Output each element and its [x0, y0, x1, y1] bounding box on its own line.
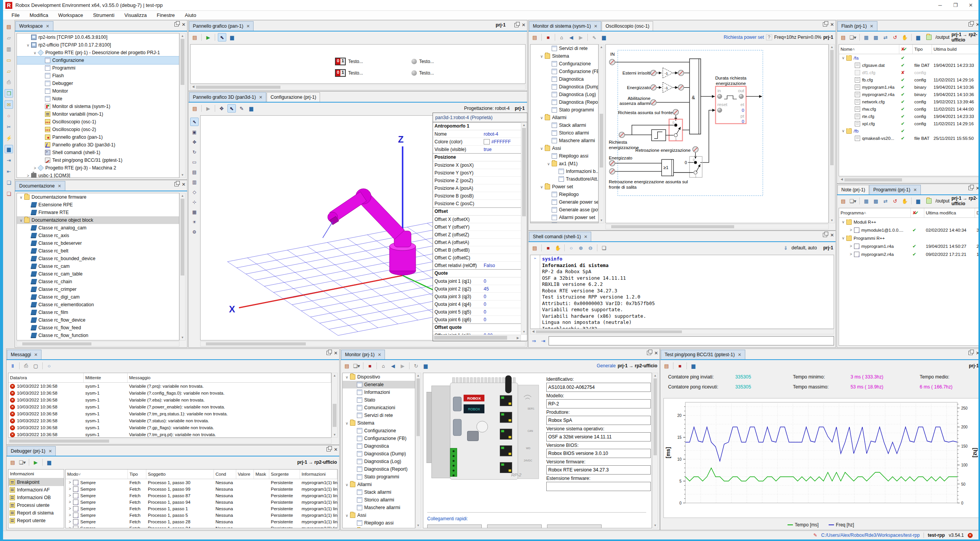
tree-item[interactable]: Classe rc_cam [17, 262, 179, 270]
lamp-icon[interactable] [411, 70, 417, 76]
tree-item[interactable]: Generale asse (pow... [531, 206, 598, 214]
close-icon[interactable]: ✕ [654, 351, 658, 355]
tree-item[interactable]: ∨Assi [531, 144, 598, 152]
tree-item[interactable]: Diagnostica [343, 442, 415, 450]
tree-item[interactable]: Classe rc_axis [17, 232, 179, 239]
scrollbar-horizontal[interactable] [17, 341, 179, 347]
tree-item[interactable]: Stack allarmi [531, 121, 598, 129]
expander-icon[interactable]: ∨ [32, 51, 38, 55]
lights-icon[interactable]: ☀ [191, 218, 198, 226]
property-row[interactable]: Quota joint 4 (qj4)0 [433, 300, 521, 308]
print-icon[interactable]: ⎙ [5, 78, 13, 86]
new-document-icon[interactable]: ▱ [5, 33, 13, 42]
top-view-icon[interactable]: ▤ [191, 168, 198, 176]
tree-item[interactable]: Classe rc_flow_function [17, 332, 179, 339]
print-icon[interactable]: ⎙ [22, 362, 30, 370]
properties-icon[interactable]: ▤ [343, 362, 351, 370]
tree-item[interactable]: Configurazione (FB) [343, 435, 415, 442]
properties-icon[interactable]: ▤ [663, 362, 670, 370]
expander-icon[interactable]: ∨ [539, 185, 544, 189]
table-row[interactable]: df1.cfg✘config [839, 69, 979, 76]
tree-item[interactable]: >Progetto RTE (prj-3) - Macchina 2 [17, 164, 179, 172]
tree-item[interactable]: Diagnostica (Report) [343, 465, 415, 473]
tree-item[interactable]: Classe rc_elementlocation [17, 301, 179, 309]
tree-item[interactable]: Note [17, 95, 179, 103]
tree-item[interactable]: Monitor variabili (mon-1) [17, 110, 179, 118]
expander-icon[interactable]: > [25, 174, 31, 178]
tab-configurazione[interactable]: Configurazione (prj-1) [267, 92, 320, 102]
help-book-icon[interactable]: ▆ [45, 458, 53, 466]
column-header[interactable]: ✘✔ [899, 45, 913, 54]
tree-item[interactable]: Classe rc_chain [17, 278, 179, 285]
sync-icon[interactable]: ⇄ [882, 33, 889, 41]
expander-icon[interactable]: > [67, 519, 73, 524]
tree-item[interactable]: Maschere allarmi [531, 137, 598, 144]
home-icon[interactable]: ⌂ [380, 362, 387, 370]
tab-shell[interactable]: Shell comandi (shell-1)✕ [529, 232, 591, 241]
tree-item[interactable]: Diagnostica (Report) [531, 98, 598, 106]
column-header[interactable]: Valore [236, 470, 254, 479]
column-header[interactable]: Nome ˄ [839, 45, 899, 54]
close-button[interactable]: ✕ [963, 0, 978, 11]
help-book-icon[interactable]: ▆ [914, 33, 922, 41]
tree-item[interactable]: Classe rc_digi_cam [17, 293, 179, 301]
run-icon[interactable]: ▶ [204, 33, 212, 41]
table-row[interactable]: rte.cfg✔config19/04/2021 14:23:33 [839, 113, 979, 120]
property-row[interactable]: Offset Z (offsetZ) [433, 231, 521, 239]
close-icon[interactable]: ✕ [738, 352, 741, 357]
tab-debugger[interactable]: Debugger (prj-1)✕ [7, 446, 56, 456]
menu-item-aiuto[interactable]: Aiuto [180, 12, 201, 19]
properties-icon[interactable]: ▤ [5, 22, 13, 31]
column-header[interactable]: Soggetto [146, 470, 214, 479]
close-icon[interactable]: ✕ [522, 23, 526, 27]
tree-item[interactable]: Shell comandi (shell-1) [17, 149, 179, 156]
table-row[interactable]: fb.cfg✔config11/02/2021 14:29:16 [839, 76, 979, 83]
tree-item[interactable]: Riepilogo [531, 191, 598, 198]
send-command-icon[interactable]: ⇒ [530, 337, 538, 345]
table-row[interactable]: myprogram1.r4a✔binary19/04/2021 14:10:36… [839, 83, 979, 91]
expander-icon[interactable]: ∨ [25, 43, 31, 47]
copy-menu-icon[interactable]: ❏▾ [353, 362, 360, 370]
front-view-icon[interactable]: ▭ [191, 158, 198, 166]
close-icon[interactable]: ✕ [976, 351, 980, 355]
tree-item[interactable]: Classe rc_belt [17, 247, 179, 255]
wireframe-icon[interactable]: ▦ [191, 208, 198, 216]
expander-icon[interactable]: ∨ [18, 195, 24, 199]
tree-item[interactable]: Stato programmi [343, 473, 415, 481]
property-row[interactable]: Nomerobot-4 [433, 130, 521, 138]
toggle-indicator[interactable]: 01 [335, 69, 346, 77]
expander-icon[interactable]: > [67, 480, 73, 485]
debug-info-item[interactable]: Report di sistema [8, 509, 64, 517]
mail-icon[interactable]: ✉ [5, 100, 13, 109]
run-icon[interactable]: ▶ [32, 458, 40, 466]
tab-documentazione[interactable]: Documentazione✕ [15, 181, 65, 191]
table-row[interactable]: ∨Moduli R++ [839, 218, 979, 226]
property-row[interactable]: Posizione Y (posY) [433, 169, 521, 177]
table-row[interactable]: >myprogram2.r4a✔09/02/2022 17:21:21102 [839, 250, 979, 258]
tree-item[interactable]: Generale power set [531, 198, 598, 206]
expander-icon[interactable]: > [67, 487, 73, 491]
scrollbar-horizontal[interactable]: ◀ [530, 329, 834, 334]
close-icon[interactable]: ✕ [830, 23, 834, 27]
float-icon[interactable] [968, 351, 973, 355]
form-field[interactable] [546, 432, 651, 441]
close-icon[interactable]: ✕ [48, 449, 52, 454]
tree-item[interactable]: Estensione RPE [17, 201, 179, 209]
properties-icon[interactable]: ▤ [9, 458, 17, 466]
tree-item[interactable]: Configurazione [17, 56, 179, 64]
copy-icon[interactable]: ❏ [600, 244, 608, 252]
properties-icon[interactable]: ▤ [531, 33, 539, 41]
show-axes-icon[interactable]: ⊹ [191, 198, 198, 206]
scrollbar-horizontal[interactable]: ◀ [839, 177, 980, 183]
tree-item[interactable]: Stack allarmi [343, 488, 415, 496]
tree-item[interactable]: Configurazione [531, 60, 598, 68]
properties-icon[interactable]: ▤ [531, 244, 539, 252]
pause-scroll-icon[interactable]: ✋ [554, 244, 562, 252]
tree-item[interactable]: Configurazione (FB) [531, 68, 598, 75]
iso-view-icon[interactable]: ◇ [191, 188, 198, 196]
search-icon[interactable]: ○ [45, 362, 53, 370]
form-field[interactable] [546, 465, 651, 475]
reload-icon[interactable]: ↺ [891, 33, 899, 41]
expander-icon[interactable]: ∨ [344, 421, 350, 425]
float-icon[interactable] [514, 23, 519, 27]
